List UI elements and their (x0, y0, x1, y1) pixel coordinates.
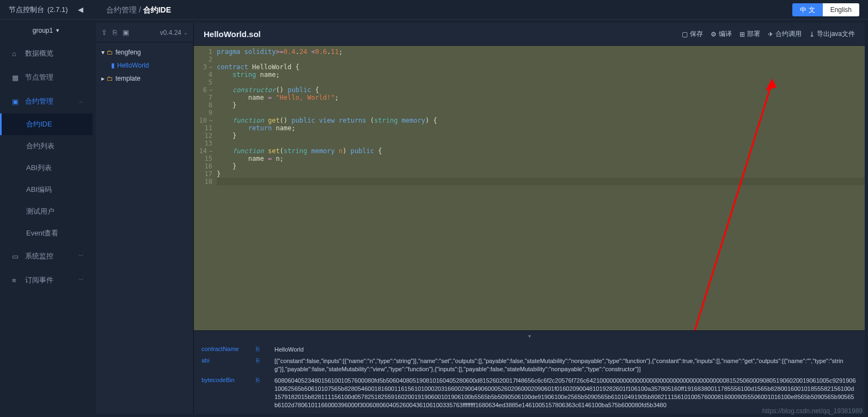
file-tree: ⇧ ⎘ ▣ v0.4.24⌄ ▾ 🗀 fengfeng ▮ HelloWorld (96, 23, 194, 414)
copy-icon[interactable]: ⎘ (256, 346, 264, 352)
code-body[interactable]: pragma solidity>=0.4.24 <0.6.11; contrac… (217, 46, 865, 330)
nav-sub-test-user[interactable]: 测试用户 (0, 201, 93, 222)
save-button[interactable]: ▢保存 (682, 29, 703, 39)
nav-system-monitor[interactable]: ▭ 系统监控 ﹀ (0, 244, 93, 268)
download-icon: ⤓ (809, 31, 815, 38)
nav-label: 数据概览 (25, 49, 53, 58)
breadcrumb: 合约管理 / 合约IDE (106, 5, 171, 15)
chevron-up-icon: ︿ (78, 98, 84, 105)
caret-down-icon: ▾ (101, 49, 105, 56)
new-file-icon[interactable]: ⎘ (113, 28, 117, 37)
folder-template[interactable]: ▸ 🗀 template (96, 72, 193, 85)
contract-name-value: HelloWorld (274, 346, 857, 354)
panel-collapse-bar[interactable]: ▾ (194, 330, 865, 341)
gear-icon: ⚙ (711, 31, 717, 38)
nav-sub-contract-list[interactable]: 合约列表 (0, 135, 93, 157)
monitor-icon: ▭ (12, 252, 20, 261)
contract-name-label: contractName (201, 346, 245, 352)
file-icon: ▮ (111, 62, 115, 69)
calendar-icon: ▦ (12, 74, 20, 82)
nav-label: 合约管理 (25, 96, 53, 106)
file-helloworld[interactable]: ▮ HelloWorld (96, 59, 193, 72)
grid-icon: ⊞ (739, 31, 745, 38)
nav-sub-abi-list[interactable]: ABI列表 (0, 157, 93, 179)
nav-contract-management[interactable]: ▣ 合约管理 ︿ (0, 89, 93, 113)
nav-label: 订阅事件 (25, 275, 53, 285)
nav-sub-contract-ide[interactable]: 合约IDE (0, 113, 93, 135)
abi-value: [{"constant":false,"inputs":[{"name":"n"… (274, 357, 857, 373)
nav-label: 系统监控 (25, 251, 53, 261)
nav-sub-abi-encode[interactable]: ABI编码 (0, 179, 93, 201)
lang-english-button[interactable]: English (823, 3, 859, 16)
folder-fengfeng[interactable]: ▾ 🗀 fengfeng (96, 46, 193, 59)
bytecode-label: bytecodeBin (201, 377, 245, 383)
upload-icon[interactable]: ⇧ (101, 28, 107, 37)
code-editor[interactable]: 123456789101112131415161718 pragma solid… (194, 46, 865, 330)
lang-chinese-button[interactable]: 中 文 (792, 3, 822, 16)
copy-icon[interactable]: ⎘ (256, 377, 264, 383)
compile-output-panel: contractName ⎘ HelloWorld abi ⎘ [{"const… (194, 341, 865, 414)
app-title: 节点控制台 (2.7.1) ◀ (9, 5, 83, 15)
line-gutter: 123456789101112131415161718 (194, 46, 217, 330)
nav-subscribe-event[interactable]: ≡ 订阅事件 ﹀ (0, 268, 93, 292)
send-icon: ✈ (768, 31, 773, 38)
nav-node-management[interactable]: ▦ 节点管理 (0, 65, 93, 89)
nav-sub-event-view[interactable]: Event查看 (0, 222, 93, 244)
caret-right-icon: ▸ (101, 75, 105, 82)
bytecode-value: 608060405234801561001057600080fd5b506040… (274, 377, 857, 409)
deploy-button[interactable]: ⊞部署 (739, 29, 760, 39)
box-icon: ▣ (12, 98, 20, 106)
call-button[interactable]: ✈合约调用 (768, 29, 802, 39)
copy-icon[interactable]: ⎘ (256, 357, 264, 364)
sidebar: group1▼ ⌂ 数据概览 ▦ 节点管理 ▣ 合约管理 ︿ 合约IDE 合约列… (0, 20, 93, 417)
sidebar-collapse-icon[interactable]: ◀ (78, 5, 83, 14)
save-icon: ▢ (682, 31, 688, 38)
language-switcher: 中 文 English (792, 3, 859, 16)
nav-data-overview[interactable]: ⌂ 数据概览 (0, 41, 93, 65)
open-file-name: HelloWorld.sol (204, 29, 261, 39)
folder-icon: 🗀 (107, 49, 113, 56)
rss-icon: ≡ (12, 276, 20, 285)
chevron-down-icon: ﹀ (78, 252, 84, 260)
new-folder-icon[interactable]: ▣ (123, 28, 129, 37)
abi-label: abi (201, 357, 245, 364)
chevron-down-icon: ▾ (528, 333, 531, 339)
home-icon: ⌂ (12, 50, 20, 58)
export-java-button[interactable]: ⤓导出java文件 (809, 29, 855, 39)
nav-label: 节点管理 (25, 72, 53, 82)
compile-button[interactable]: ⚙编译 (711, 29, 732, 39)
compiler-version-selector[interactable]: v0.4.24⌄ (160, 29, 188, 37)
chevron-down-icon: ﹀ (78, 276, 84, 284)
folder-icon: 🗀 (107, 75, 113, 82)
group-selector[interactable]: group1▼ (0, 20, 93, 41)
